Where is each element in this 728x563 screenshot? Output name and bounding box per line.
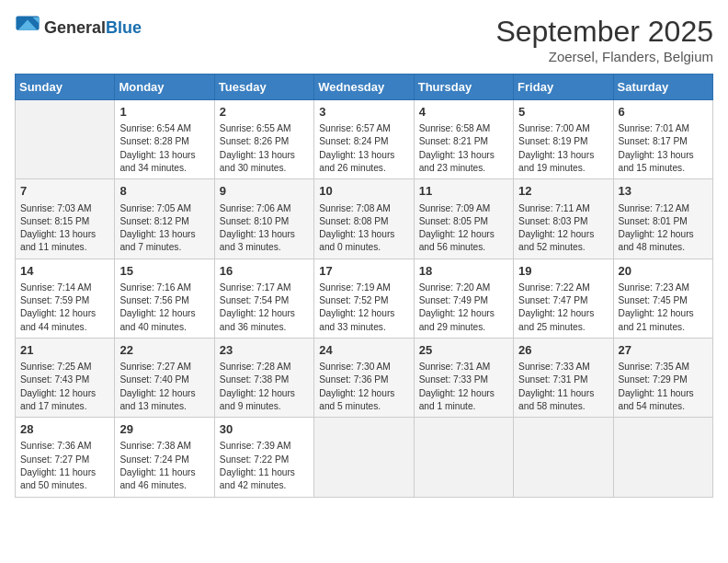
day-info: Sunset: 8:03 PM <box>518 215 608 228</box>
calendar-cell: 16Sunrise: 7:17 AMSunset: 7:54 PMDayligh… <box>214 259 313 338</box>
calendar-cell: 27Sunrise: 7:35 AMSunset: 7:29 PMDayligh… <box>613 338 712 417</box>
calendar-cell: 30Sunrise: 7:39 AMSunset: 7:22 PMDayligh… <box>214 418 313 497</box>
day-info: Daylight: 13 hours <box>518 149 608 162</box>
calendar-cell: 18Sunrise: 7:20 AMSunset: 7:49 PMDayligh… <box>414 259 513 338</box>
day-info: Daylight: 13 hours <box>319 149 408 162</box>
calendar-cell <box>414 418 513 497</box>
day-number: 11 <box>419 183 508 200</box>
day-info: Sunrise: 6:57 AM <box>319 122 408 135</box>
day-info: Sunrise: 7:36 AM <box>20 440 109 453</box>
day-info: Sunset: 7:45 PM <box>619 294 708 307</box>
calendar-cell: 7Sunrise: 7:03 AMSunset: 8:15 PMDaylight… <box>16 179 115 259</box>
calendar-cell <box>514 418 613 497</box>
day-info: Daylight: 12 hours <box>619 228 708 241</box>
day-info: Sunset: 8:21 PM <box>419 135 508 148</box>
calendar-cell: 9Sunrise: 7:06 AMSunset: 8:10 PMDaylight… <box>214 179 313 259</box>
calendar-cell: 25Sunrise: 7:31 AMSunset: 7:33 PMDayligh… <box>414 338 513 417</box>
day-info: Daylight: 13 hours <box>619 149 708 162</box>
header-thursday: Thursday <box>414 75 513 100</box>
calendar-cell <box>16 100 115 179</box>
day-info: Daylight: 12 hours <box>220 307 309 320</box>
day-info: Sunset: 7:59 PM <box>20 294 109 307</box>
calendar-cell: 26Sunrise: 7:33 AMSunset: 7:31 PMDayligh… <box>514 338 613 417</box>
day-number: 16 <box>220 263 309 280</box>
day-info: Daylight: 12 hours <box>518 307 608 320</box>
day-info: Sunrise: 7:00 AM <box>518 122 608 135</box>
day-info: Sunrise: 6:58 AM <box>419 122 508 135</box>
day-info: Sunrise: 7:38 AM <box>119 440 209 453</box>
day-info: and 46 minutes. <box>119 479 209 492</box>
day-info: Sunset: 7:29 PM <box>619 373 708 386</box>
day-info: Sunset: 7:47 PM <box>518 294 608 307</box>
header-saturday: Saturday <box>613 75 712 100</box>
calendar-week-3: 14Sunrise: 7:14 AMSunset: 7:59 PMDayligh… <box>16 259 713 338</box>
day-info: Sunset: 8:26 PM <box>220 135 309 148</box>
header-monday: Monday <box>115 75 214 100</box>
day-info: Sunrise: 7:19 AM <box>319 282 408 294</box>
day-number: 6 <box>619 104 708 121</box>
calendar-cell: 11Sunrise: 7:09 AMSunset: 8:05 PMDayligh… <box>414 179 513 259</box>
day-info: and 44 minutes. <box>20 321 109 334</box>
day-info: Sunset: 7:33 PM <box>419 373 508 386</box>
day-info: Sunset: 7:54 PM <box>220 294 309 307</box>
day-info: Daylight: 11 hours <box>20 466 109 479</box>
day-info: Sunrise: 7:05 AM <box>119 202 209 215</box>
day-info: Daylight: 12 hours <box>419 228 508 241</box>
day-info: and 40 minutes. <box>119 321 209 334</box>
day-info: Sunset: 7:38 PM <box>220 373 309 386</box>
day-info: Daylight: 13 hours <box>220 228 309 241</box>
day-info: Daylight: 12 hours <box>619 307 708 320</box>
day-info: and 0 minutes. <box>319 241 408 254</box>
day-info: and 7 minutes. <box>119 241 209 254</box>
day-info: Sunrise: 7:25 AM <box>20 361 109 373</box>
day-info: Sunrise: 7:30 AM <box>319 361 408 373</box>
day-info: Daylight: 12 hours <box>119 387 209 400</box>
day-info: Daylight: 13 hours <box>220 149 309 162</box>
day-info: Daylight: 13 hours <box>319 228 408 241</box>
calendar-cell: 24Sunrise: 7:30 AMSunset: 7:36 PMDayligh… <box>314 338 414 417</box>
day-info: and 33 minutes. <box>319 321 408 334</box>
day-info: Sunrise: 7:17 AM <box>220 282 309 294</box>
day-info: Sunset: 7:49 PM <box>419 294 508 307</box>
day-number: 2 <box>220 104 309 121</box>
day-info: Sunrise: 7:01 AM <box>619 122 708 135</box>
month-title: September 2025 <box>495 15 713 49</box>
day-number: 30 <box>220 421 309 438</box>
day-info: Sunset: 8:19 PM <box>518 135 608 148</box>
day-info: Daylight: 12 hours <box>220 387 309 400</box>
day-info: Sunrise: 7:03 AM <box>20 202 109 215</box>
day-info: and 21 minutes. <box>619 321 708 334</box>
day-info: Daylight: 11 hours <box>220 466 309 479</box>
logo-text-blue: Blue <box>106 18 142 37</box>
day-info: Daylight: 12 hours <box>119 307 209 320</box>
day-info: and 54 minutes. <box>619 400 708 413</box>
calendar-cell <box>613 418 712 497</box>
calendar-body: 1Sunrise: 6:54 AMSunset: 8:28 PMDaylight… <box>16 100 713 498</box>
calendar-week-1: 1Sunrise: 6:54 AMSunset: 8:28 PMDaylight… <box>16 100 713 179</box>
day-number: 12 <box>518 183 608 200</box>
day-number: 25 <box>419 342 508 359</box>
day-info: and 26 minutes. <box>319 162 408 175</box>
day-info: and 29 minutes. <box>419 321 508 334</box>
day-info: and 50 minutes. <box>20 479 109 492</box>
calendar-cell: 15Sunrise: 7:16 AMSunset: 7:56 PMDayligh… <box>115 259 214 338</box>
day-info: and 9 minutes. <box>220 400 309 413</box>
calendar-cell: 8Sunrise: 7:05 AMSunset: 8:12 PMDaylight… <box>115 179 214 259</box>
day-number: 24 <box>319 342 408 359</box>
logo: GeneralBlue <box>15 15 142 40</box>
day-info: Sunset: 8:28 PM <box>119 135 209 148</box>
day-number: 20 <box>619 263 708 280</box>
day-info: and 52 minutes. <box>518 241 608 254</box>
day-info: Sunrise: 7:06 AM <box>220 202 309 215</box>
day-number: 10 <box>319 183 408 200</box>
day-info: Sunrise: 7:22 AM <box>518 282 608 294</box>
day-number: 18 <box>419 263 508 280</box>
day-info: and 17 minutes. <box>20 400 109 413</box>
day-number: 28 <box>20 421 109 438</box>
day-info: and 30 minutes. <box>220 162 309 175</box>
calendar-cell: 4Sunrise: 6:58 AMSunset: 8:21 PMDaylight… <box>414 100 513 179</box>
day-number: 22 <box>119 342 209 359</box>
day-info: Sunrise: 7:11 AM <box>518 202 608 215</box>
day-info: Sunrise: 7:12 AM <box>619 202 708 215</box>
calendar-cell: 19Sunrise: 7:22 AMSunset: 7:47 PMDayligh… <box>514 259 613 338</box>
